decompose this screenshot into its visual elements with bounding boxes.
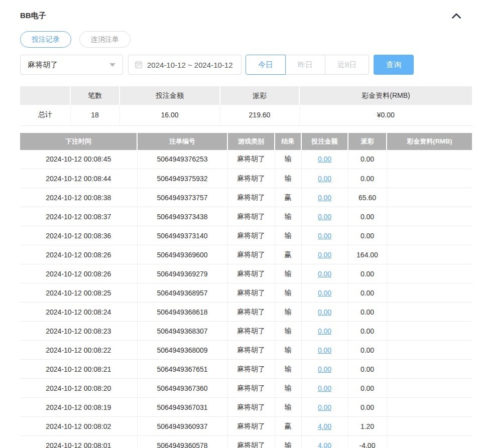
- cell-payout: 0.00: [348, 322, 387, 341]
- bet-amount-link[interactable]: 0.00: [318, 384, 331, 392]
- cell-bonus: [387, 169, 472, 188]
- cell-game-type: 麻将胡了: [227, 303, 275, 322]
- bet-amount-link[interactable]: 0.00: [318, 232, 331, 240]
- cell-payout: 0.00: [348, 169, 387, 188]
- bet-amount-link[interactable]: 0.00: [318, 175, 331, 183]
- date-range-input[interactable]: 2024-10-12 ~ 2024-10-12: [128, 55, 242, 75]
- yesterday-button[interactable]: 昨日: [285, 55, 325, 75]
- cell-result: 输: [275, 398, 301, 417]
- bet-amount-link[interactable]: 0.00: [318, 251, 331, 259]
- cell-bet-time: 2024-10-12 00:08:19: [20, 398, 137, 417]
- cell-result: 输: [275, 303, 301, 322]
- cell-order-no: 5064949368957: [137, 283, 227, 303]
- cell-game-type: 麻将胡了: [227, 322, 275, 341]
- table-row: 2024-10-12 00:08:20 5064949367360 麻将胡了 输…: [20, 379, 472, 398]
- table-row: 2024-10-12 00:08:22 5064949368009 麻将胡了 输…: [20, 341, 472, 360]
- bet-amount-link[interactable]: 0.00: [318, 194, 331, 202]
- cell-result: 赢: [275, 188, 301, 207]
- bet-amount-link[interactable]: 0.00: [318, 270, 331, 278]
- summary-header-count: 笔数: [70, 86, 120, 105]
- bet-table-body: 2024-10-12 00:08:45 5064949376253 麻将胡了 输…: [20, 150, 472, 448]
- cell-payout: 0.00: [348, 150, 387, 169]
- cell-bonus: [387, 303, 472, 322]
- bet-amount-link[interactable]: 0.00: [318, 346, 331, 354]
- search-button[interactable]: 查询: [374, 55, 414, 75]
- col-header-order-no: 注单编号: [137, 133, 227, 150]
- cell-result: 输: [275, 264, 301, 283]
- cell-order-no: 5064949375932: [137, 169, 227, 188]
- cell-bet-time: 2024-10-12 00:08:23: [20, 322, 137, 341]
- cell-game-type: 麻将胡了: [227, 150, 275, 169]
- cell-bet-time: 2024-10-12 00:08:26: [20, 245, 137, 264]
- cell-result: 输: [275, 360, 301, 379]
- bet-record-panel: BB电子 投注记录 连消注单 麻将胡了: [0, 0, 478, 448]
- tab-bet-records[interactable]: 投注记录: [20, 31, 71, 48]
- bet-amount-link[interactable]: 0.00: [318, 365, 331, 373]
- game-select-value: 麻将胡了: [28, 60, 58, 70]
- cell-result: 赢: [275, 417, 301, 436]
- cell-bet-time: 2024-10-12 00:08:22: [20, 341, 137, 360]
- table-row: 2024-10-12 00:08:38 5064949373757 麻将胡了 赢…: [20, 188, 472, 207]
- cell-bet-time: 2024-10-12 00:08:01: [20, 436, 137, 448]
- table-row: 2024-10-12 00:08:44 5064949375932 麻将胡了 输…: [20, 169, 472, 188]
- game-select[interactable]: 麻将胡了: [20, 55, 123, 75]
- cell-game-type: 麻将胡了: [227, 436, 275, 448]
- cell-bet-time: 2024-10-12 00:08:24: [20, 303, 137, 322]
- table-row: 2024-10-12 00:08:01 5064949360578 麻将胡了 输…: [20, 436, 472, 448]
- bet-amount-link[interactable]: 0.00: [318, 308, 331, 316]
- cell-bet-amount: 4.00: [301, 417, 348, 436]
- summary-total-bonus: ¥0.00: [299, 105, 472, 125]
- summary-header-bet-amount: 投注金额: [120, 86, 220, 105]
- cell-result: 输: [275, 436, 301, 448]
- cell-game-type: 麻将胡了: [227, 169, 275, 188]
- cell-bet-amount: 0.00: [301, 322, 348, 341]
- bet-amount-link[interactable]: 0.00: [318, 155, 331, 163]
- cell-game-type: 麻将胡了: [227, 207, 275, 226]
- last-8-days-button[interactable]: 近8日: [325, 55, 369, 75]
- cell-bonus: [387, 322, 472, 341]
- cell-bet-amount: 0.00: [301, 150, 348, 169]
- cell-bet-amount: 0.00: [301, 264, 348, 283]
- cell-bonus: [387, 264, 472, 283]
- cell-bet-amount: 4.00: [301, 436, 348, 448]
- summary-total-row: 总计 18 16.00 219.60 ¥0.00: [20, 105, 472, 125]
- cell-result: 输: [275, 207, 301, 226]
- cell-game-type: 麻将胡了: [227, 283, 275, 303]
- bet-amount-link[interactable]: 0.00: [318, 327, 331, 335]
- cell-payout: 0.00: [348, 207, 387, 226]
- tab-bar: 投注记录 连消注单: [20, 31, 472, 48]
- bet-amount-link[interactable]: 0.00: [318, 403, 331, 411]
- summary-header-payout: 派彩: [220, 86, 299, 105]
- collapse-button[interactable]: [451, 10, 462, 21]
- bet-table: 下注时间 注单编号 游戏类别 结果 投注金额 派彩 彩金资料(RMB) 2024…: [20, 133, 472, 448]
- table-row: 2024-10-12 00:08:23 5064949368307 麻将胡了 输…: [20, 322, 472, 341]
- cell-bonus: [387, 245, 472, 264]
- bet-amount-link[interactable]: 0.00: [318, 289, 331, 297]
- bet-table-header-row: 下注时间 注单编号 游戏类别 结果 投注金额 派彩 彩金资料(RMB): [20, 133, 472, 150]
- cell-result: 输: [275, 379, 301, 398]
- calendar-icon: [135, 61, 143, 69]
- cell-bonus: [387, 207, 472, 226]
- cell-result: 输: [275, 150, 301, 169]
- today-button[interactable]: 今日: [246, 55, 286, 75]
- cell-order-no: 5064949373438: [137, 207, 227, 226]
- page-title: BB电子: [20, 11, 46, 21]
- cell-order-no: 5064949368618: [137, 303, 227, 322]
- cell-result: 输: [275, 169, 301, 188]
- bet-amount-link[interactable]: 4.00: [318, 441, 331, 448]
- cell-game-type: 麻将胡了: [227, 398, 275, 417]
- bet-amount-link[interactable]: 4.00: [318, 422, 331, 430]
- cell-order-no: 5064949367651: [137, 360, 227, 379]
- filter-bar: 麻将胡了 2024-10-12 ~ 2024-10-12 今日 昨日 近8日 查…: [20, 55, 472, 75]
- cell-bonus: [387, 283, 472, 303]
- table-row: 2024-10-12 00:08:19 5064949367031 麻将胡了 输…: [20, 398, 472, 417]
- cell-game-type: 麻将胡了: [227, 226, 275, 245]
- cell-result: 输: [275, 322, 301, 341]
- tab-cancelled-orders[interactable]: 连消注单: [79, 31, 131, 48]
- cell-order-no: 5064949369600: [137, 245, 227, 264]
- bet-amount-link[interactable]: 0.00: [318, 213, 331, 221]
- cell-order-no: 5064949368009: [137, 341, 227, 360]
- cell-bonus: [387, 188, 472, 207]
- table-row: 2024-10-12 00:08:45 5064949376253 麻将胡了 输…: [20, 150, 472, 169]
- cell-bonus: [387, 398, 472, 417]
